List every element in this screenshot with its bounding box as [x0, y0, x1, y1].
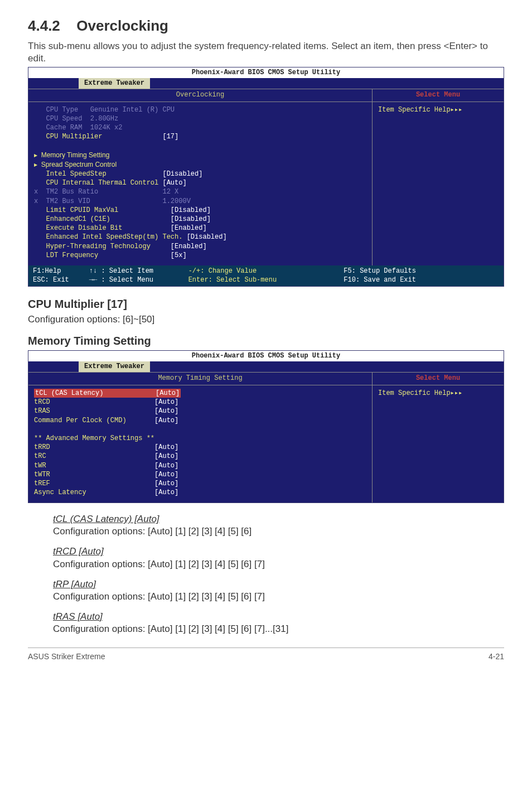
row-ldt-label: LDT Frequency: [34, 252, 98, 259]
footer-enter: Enter: Select Sub-menu: [188, 276, 277, 284]
row-tras-value: [Auto]: [154, 407, 178, 415]
right-pane-help: Item Specific Help▸▸▸: [373, 102, 504, 120]
row-tm2-vid-value: 1.2000V: [162, 197, 190, 205]
row-trrd-value: [Auto]: [154, 443, 178, 451]
row-twtr-value: [Auto]: [154, 471, 178, 479]
section-number: 4.4.2: [28, 17, 72, 36]
trcd-param-heading: tRCD [Auto]: [53, 545, 504, 558]
trcd-param-options: Configuration options: [Auto] [1] [2] [3…: [53, 558, 504, 571]
section-heading: 4.4.2 Overclocking: [28, 17, 504, 36]
left-pane-body: CPU Type Genuine Intel (R) CPU CPU Speed…: [28, 102, 372, 265]
row-trrd-label: tRRD: [34, 443, 50, 451]
footer-help: F1:Help ↑↓ : Select Item: [33, 267, 153, 275]
tras-param-options: Configuration options: [Auto] [1] [2] [3…: [53, 623, 504, 635]
trp-param-options: Configuration options: [Auto] [1] [2] [3…: [53, 591, 504, 603]
row-intel-speedstep-label: Intel SpeedStep: [34, 170, 107, 178]
row-twr-label: tWR: [34, 462, 46, 470]
row-enhancedc1-label: EnhancedC1 (C1E): [34, 215, 110, 223]
row-eist-label: Enhanced Intel SpeedStep(tm) Tech.: [34, 233, 182, 241]
tcl-param-options: Configuration options: [Auto] [1] [2] [3…: [53, 525, 504, 538]
row-limit-cpuid-value: [Disabled]: [171, 206, 211, 214]
row-eist-value: [Disabled]: [187, 233, 227, 241]
bios2-right-header: Select Menu: [373, 373, 504, 385]
row-trc-label: tRC: [34, 452, 46, 460]
row-twr-value: [Auto]: [154, 462, 178, 470]
row-cmd-value: [Auto]: [154, 417, 178, 424]
footer-save-exit: F10: Save and Exit: [344, 276, 416, 284]
row-limit-cpuid-label: Limit CPUID MaxVal: [34, 206, 118, 214]
row-memory-timing-setting: ▸ Memory Timing Setting: [34, 151, 109, 159]
page-footer: ASUS Striker Extreme 4-21: [28, 648, 504, 661]
row-tref-label: tREF: [34, 480, 50, 487]
row-tm2-ratio-value: 12 X: [162, 188, 178, 196]
bios-utility-title: Phoenix-Award BIOS CMOS Setup Utility: [28, 67, 504, 78]
row-cpu-thermal-label: CPU Internal Thermal Control: [34, 179, 158, 187]
cpu-multiplier-heading: CPU Multiplier [17]: [28, 297, 504, 311]
row-cpu-speed: CPU Speed 2.80GHz: [34, 115, 118, 123]
bios-tab-extreme-tweaker: Extreme Tweaker: [79, 78, 150, 89]
row-async-value: [Auto]: [154, 489, 178, 496]
trp-param-heading: tRP [Auto]: [53, 578, 504, 591]
bios-screenshot-overclocking: Phoenix-Award BIOS CMOS Setup Utility Ex…: [28, 67, 504, 287]
row-execute-disable-label: Execute Disable Bit: [34, 224, 122, 232]
row-execute-disable-value: [Enabled]: [171, 224, 207, 232]
row-twtr-label: tWTR: [34, 471, 50, 479]
row-advanced-settings: ** Advanced Memory Settings **: [34, 434, 154, 442]
row-trcd-label: tRCD: [34, 398, 50, 406]
row-tras-label: tRAS: [34, 407, 50, 415]
bios-screenshot-memory-timing: Phoenix-Award BIOS CMOS Setup Utility Ex…: [28, 350, 504, 503]
row-hyperthreading-label: Hyper-Threading Technology: [34, 243, 151, 250]
bios-tab-row: Extreme Tweaker: [28, 78, 504, 89]
row-enhancedc1-value: [Disabled]: [171, 215, 211, 223]
right-pane-header: Select Menu: [373, 89, 504, 102]
bios2-tab-extreme-tweaker: Extreme Tweaker: [79, 361, 150, 373]
row-cpu-multiplier-label: CPU Multiplier: [34, 133, 102, 141]
memory-timing-heading: Memory Timing Setting: [28, 334, 504, 348]
bios2-left-header: Memory Timing Setting: [28, 373, 372, 385]
bios-footer: F1:Help ↑↓ : Select Item ESC: Exit →← : …: [28, 265, 504, 286]
row-tm2-vid-label: x TM2 Bus VID: [34, 197, 90, 205]
bios2-left-body: tCL (CAS Latency) [Auto] tRCD [Auto] tRA…: [28, 385, 372, 503]
row-hyperthreading-value: [Enabled]: [171, 243, 207, 250]
footer-defaults: F5: Setup Defaults: [344, 267, 416, 275]
tcl-param-heading: tCL (CAS Latency) [Auto]: [53, 513, 504, 525]
row-intel-speedstep-value: [Disabled]: [162, 170, 202, 178]
row-cmd-label: Command Per Clock (CMD): [34, 417, 127, 424]
row-tm2-ratio-label: x TM2 Bus Ratio: [34, 188, 98, 196]
bios2-utility-title: Phoenix-Award BIOS CMOS Setup Utility: [28, 351, 504, 361]
row-ldt-value: [5x]: [171, 252, 187, 259]
row-trc-value: [Auto]: [154, 452, 178, 460]
row-spread-spectrum-control: ▸ Spread Spectrum Control: [34, 161, 117, 168]
section-title: Overclocking: [76, 17, 168, 34]
footer-page-number: 4-21: [489, 651, 504, 661]
left-pane-header: Overclocking: [28, 89, 372, 102]
row-cache-ram: Cache RAM 1024K x2: [34, 124, 122, 132]
row-cpu-thermal-value: [Auto]: [162, 179, 186, 187]
row-async-label: Async Latency: [34, 489, 86, 496]
bios2-right-help: Item Specific Help▸▸▸: [373, 385, 504, 403]
footer-exit: ESC: Exit →← : Select Menu: [33, 276, 153, 284]
bios2-tab-row: Extreme Tweaker: [28, 361, 504, 373]
row-cpu-type: CPU Type Genuine Intel (R) CPU: [34, 106, 175, 114]
row-tref-value: [Auto]: [154, 480, 178, 487]
footer-change-value: -/+: Change Value: [188, 267, 257, 275]
row-tcl: tCL (CAS Latency) [Auto]: [34, 389, 181, 398]
cpu-multiplier-options: Configuration options: [6]~[50]: [28, 313, 504, 326]
row-cpu-multiplier-value: [17]: [162, 133, 178, 141]
footer-left: ASUS Striker Extreme: [28, 651, 105, 661]
tras-param-heading: tRAS [Auto]: [53, 611, 504, 623]
intro-paragraph: This sub-menu allows you to adjust the s…: [28, 40, 504, 65]
row-trcd-value: [Auto]: [154, 398, 178, 406]
